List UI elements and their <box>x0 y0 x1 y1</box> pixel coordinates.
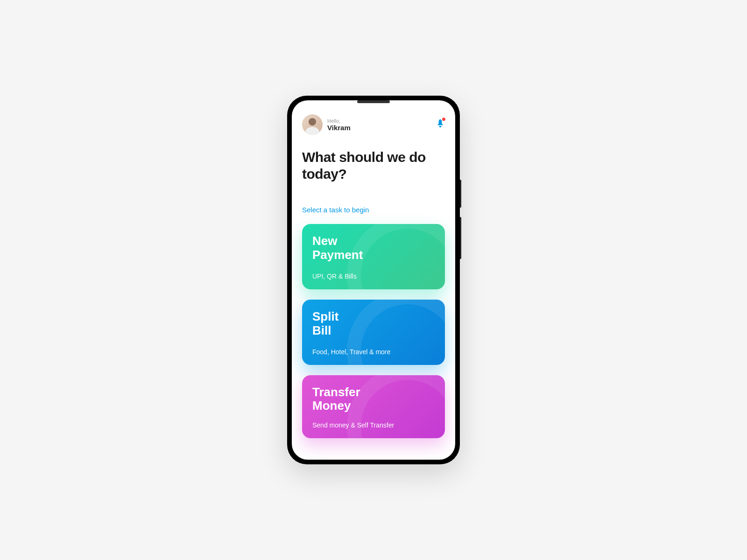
main-heading: What should we do today? <box>302 149 445 182</box>
card-subtitle: Food, Hotel, Travel & more <box>312 348 435 356</box>
card-title: New Payment <box>312 234 435 262</box>
card-title: Transfer Money <box>312 385 435 413</box>
app-content: Hello, Vikram What should we do today? S… <box>292 100 455 460</box>
card-title: Split Bill <box>312 310 435 338</box>
task-card-split-bill[interactable]: Split Bill Food, Hotel, Travel & more <box>302 300 445 365</box>
notification-bell-icon[interactable] <box>436 119 445 131</box>
card-subtitle: UPI, QR & Bills <box>312 273 435 280</box>
notification-badge <box>442 118 445 121</box>
greeting-label: Hello, <box>327 118 351 124</box>
phone-notch <box>357 100 390 103</box>
app-header: Hello, Vikram <box>302 114 445 135</box>
subheading: Select a task to begin <box>302 206 445 214</box>
user-avatar[interactable] <box>302 114 323 135</box>
phone-power-button <box>460 217 461 259</box>
greeting-text: Hello, Vikram <box>327 118 351 132</box>
card-subtitle: Send money & Self Transfer <box>312 421 435 429</box>
username: Vikram <box>327 124 351 132</box>
header-user-section[interactable]: Hello, Vikram <box>302 114 351 135</box>
phone-screen: Hello, Vikram What should we do today? S… <box>292 100 455 460</box>
phone-frame: Hello, Vikram What should we do today? S… <box>287 96 460 464</box>
task-card-transfer-money[interactable]: Transfer Money Send money & Self Transfe… <box>302 375 445 439</box>
task-card-new-payment[interactable]: New Payment UPI, QR & Bills <box>302 224 445 289</box>
phone-volume-button <box>460 180 461 208</box>
